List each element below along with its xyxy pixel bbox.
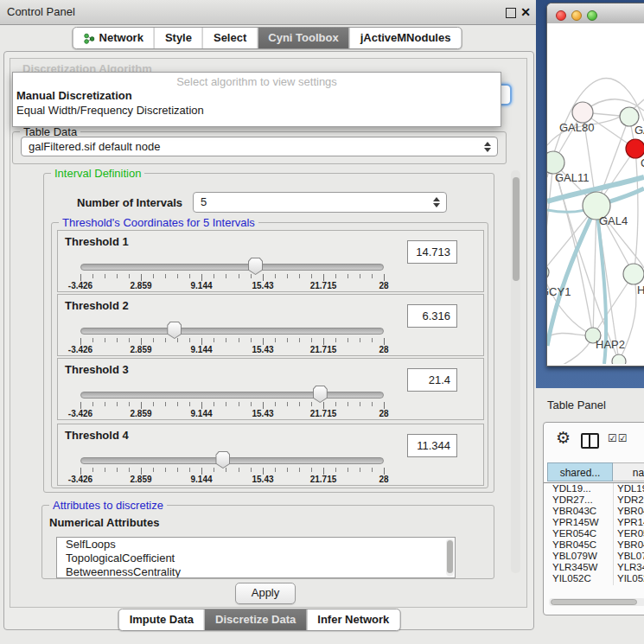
tab-jactivemnodules[interactable]: jActiveMNodules	[349, 28, 462, 48]
threshold-2-panel: Threshold 2 -3.426 2.859 9.144 15.43 21.…	[57, 294, 484, 356]
tab-impute-label: Impute Data	[130, 609, 194, 630]
tab-cyni-label: Cyni Toolbox	[268, 28, 338, 48]
network-window-titlebar[interactable]	[547, 3, 644, 24]
tab-cyni-toolbox[interactable]: Cyni Toolbox	[257, 28, 348, 48]
table-data-selected: galFiltered.sif default node	[29, 140, 160, 153]
tick-label: 15.43	[252, 281, 273, 290]
attributes-group: Attributes to discretize Numerical Attri…	[41, 505, 494, 579]
tab-select-label: Select	[214, 28, 246, 48]
spinner-arrows-icon	[433, 197, 440, 207]
label-gal11: GAL11	[555, 171, 590, 184]
panel-title: Control Panel	[7, 0, 75, 24]
network-canvas[interactable]: GAL80 GA C GAL11 GAL4 GCY1 H HAP2	[547, 23, 644, 364]
tick-label: 15.43	[252, 475, 273, 484]
minimize-traffic-light[interactable]	[571, 10, 582, 21]
threshold-2-slider-thumb[interactable]	[167, 322, 182, 339]
apply-button[interactable]: Apply	[235, 583, 296, 604]
node-h[interactable]	[623, 264, 644, 284]
algorithm-option-manual[interactable]: Manual Discretization	[13, 88, 501, 103]
list-item[interactable]: TopologicalCoefficient	[57, 552, 455, 565]
list-item[interactable]: SelfLoops	[57, 538, 455, 552]
table-hscrollbar-track[interactable]	[549, 598, 644, 606]
threshold-3-slider-track[interactable]	[80, 392, 384, 399]
label-gcy1: GCY1	[547, 285, 571, 298]
threshold-3-value-field[interactable]: 21.4	[407, 368, 457, 392]
label-gal80: GAL80	[559, 121, 594, 134]
tab-infer-label: Infer Network	[317, 609, 389, 630]
node-gcy1[interactable]	[547, 265, 549, 280]
numerical-attributes-list[interactable]: SelfLoops TopologicalCoefficient Between…	[56, 537, 456, 578]
table-row[interactable]: YBR045CYBR045C	[547, 539, 644, 551]
table-row[interactable]: YER054CYER054C	[547, 528, 644, 539]
close-icon[interactable]: ✕	[520, 4, 531, 20]
table-row[interactable]: YIL052CYIL052C	[547, 573, 644, 584]
tab-network[interactable]: Network	[73, 28, 154, 48]
cell: YBR043C	[617, 506, 644, 517]
select-columns-icon[interactable]: ☑☑	[608, 432, 628, 444]
threshold-4-slider-track[interactable]	[80, 457, 384, 464]
label-hap2: HAP2	[596, 338, 625, 351]
threshold-1-slider-thumb[interactable]	[248, 258, 263, 275]
table-data-combobox[interactable]: galFiltered.sif default node	[21, 137, 498, 156]
threshold-3-label: Threshold 3	[65, 363, 129, 376]
number-of-intervals-label: Number of Intervals	[77, 196, 182, 209]
gear-icon[interactable]: ⚙	[556, 428, 571, 449]
zoom-traffic-light[interactable]	[587, 10, 597, 21]
threshold-4-label: Threshold 4	[65, 429, 129, 442]
list-item[interactable]: BetweennessCentrality	[57, 565, 455, 578]
list-scrollbar-thumb[interactable]	[447, 540, 453, 573]
tab-select[interactable]: Select	[202, 28, 257, 48]
slider-ticks-major	[80, 468, 385, 475]
table-header-row: shared... na...	[544, 462, 644, 483]
tab-style-label: Style	[165, 28, 192, 48]
algorithm-option-equal-width[interactable]: Equal Width/Frequency Discretization	[13, 103, 501, 118]
tab-style[interactable]: Style	[154, 28, 202, 48]
column-header-shared-name[interactable]: shared...	[547, 462, 613, 481]
node-bottom[interactable]	[612, 354, 626, 364]
table-row[interactable]: YBR043CYBR043C	[547, 506, 644, 517]
threshold-2-value-field[interactable]: 6.316	[407, 304, 457, 328]
panel-scrollbar-track[interactable]	[511, 170, 520, 573]
list-scrollbar-track[interactable]	[446, 539, 454, 577]
close-traffic-light[interactable]	[556, 10, 566, 21]
table-row[interactable]: YBL079WYBL079W	[547, 551, 644, 562]
cell: YIL052C	[552, 573, 591, 584]
table-hscrollbar-thumb[interactable]	[551, 599, 637, 605]
table-row[interactable]: YPR145WYPR145W	[547, 517, 644, 528]
threshold-1-value-field[interactable]: 14.713	[407, 240, 457, 264]
number-of-intervals-value: 5	[201, 195, 207, 208]
cell: YPR145W	[552, 517, 599, 528]
panel-scrollbar-thumb[interactable]	[513, 177, 520, 281]
tick-label: 28	[379, 475, 388, 484]
interval-definition-group: Interval Definition Number of Intervals …	[43, 173, 494, 493]
tab-infer-network[interactable]: Infer Network	[306, 609, 399, 630]
threshold-4-slider-thumb[interactable]	[215, 451, 230, 469]
tick-label: 21.715	[310, 475, 337, 484]
tab-discretize-label: Discretize Data	[215, 609, 296, 630]
label-c: C	[641, 156, 644, 169]
cell: YDL19...	[552, 483, 591, 494]
table-row[interactable]: YLR345WYLR345W	[547, 562, 644, 573]
threshold-3-panel: Threshold 3 -3.426 2.859 9.144 15.43 21.…	[57, 358, 484, 420]
table-row[interactable]: YDR27...YDR27...	[547, 494, 644, 506]
threshold-4-value-field[interactable]: 11.344	[407, 434, 457, 457]
node-selected-red[interactable]	[626, 139, 644, 158]
split-columns-icon[interactable]	[581, 433, 599, 449]
table-panel-title: Table Panel	[547, 399, 606, 411]
tab-discretize-data[interactable]: Discretize Data	[204, 609, 306, 630]
node-gal80[interactable]	[572, 102, 593, 123]
threshold-3-slider-thumb[interactable]	[313, 386, 328, 403]
combo-arrows-icon	[484, 142, 491, 152]
control-panel-titlebar: Control Panel ✕	[0, 0, 536, 25]
cell: YDR27...	[617, 494, 644, 506]
number-of-intervals-spinner[interactable]: 5	[193, 192, 447, 213]
column-header-name[interactable]: na...	[613, 462, 644, 481]
cell: YBR045C	[552, 539, 596, 551]
threshold-1-slider-track[interactable]	[80, 264, 384, 271]
float-window-icon[interactable]	[506, 8, 516, 18]
tick-label: 2.859	[130, 281, 151, 290]
threshold-2-slider-track[interactable]	[80, 328, 384, 335]
tick-label: 21.715	[310, 409, 337, 418]
table-row[interactable]: YDL19...YDL19...	[547, 483, 644, 494]
tab-impute-data[interactable]: Impute Data	[119, 609, 204, 630]
